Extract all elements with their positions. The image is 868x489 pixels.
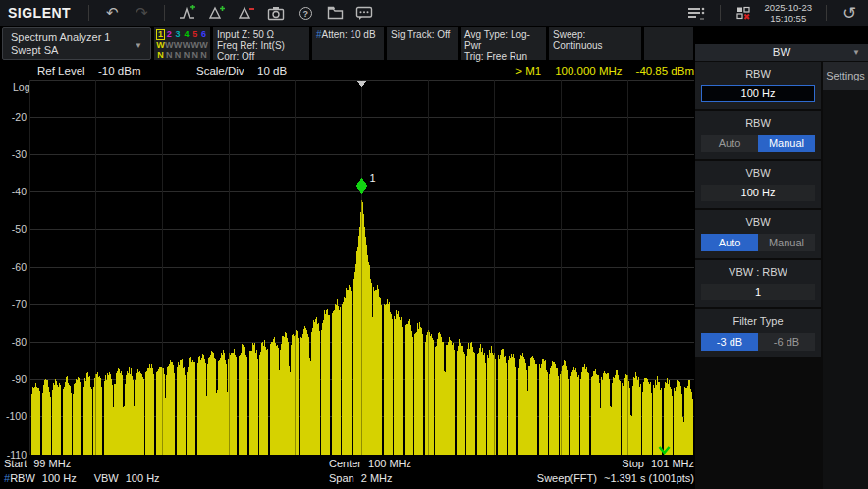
vbw-section: VBW 100 Hz [695,161,821,208]
trace-2[interactable]: 2 [165,29,174,40]
marker-top-indicator-icon [356,82,367,88]
vbw-value[interactable]: 100 Hz [126,472,160,484]
marker-readout: > M1100.000 MHz-40.85 dBm [502,65,694,77]
trace-1[interactable]: 1 [156,29,165,40]
file-folder-icon[interactable] [320,2,350,24]
vbw-mode-section: VBW Auto Manual [695,210,821,258]
stop-value[interactable]: 101 MHz [651,458,694,469]
avg-trig-box[interactable]: Avg Type: Log-Pwr Trig: Free Run [461,27,546,60]
vbw-rbw-value-field[interactable]: 1 [701,284,815,300]
redo-icon[interactable]: ↷ [127,2,156,24]
vbw-section-label: VBW [699,167,817,179]
center-value[interactable]: 100 MHz [368,458,411,469]
undo-icon[interactable]: ↶ [97,2,127,24]
atten-label: Atten: 10 dB [322,29,376,40]
trace-status-panel[interactable]: 1 2 3 4 5 6 W W W W W W N N N N N N [154,27,210,60]
trace-6[interactable]: 6 [199,29,208,40]
freq-ref-label: Freq Ref: Int(S) [217,40,305,51]
vbw-value-field[interactable]: 100 Hz [701,185,815,201]
sidebar-title: BW [773,46,791,58]
time-label: 15:10:55 [770,13,806,24]
sweep-label[interactable]: Sweep(FFT) [537,472,597,484]
atten-box[interactable]: #Atten: 10 dB [312,27,384,60]
vbw-mode-label: VBW [699,216,817,228]
preset-history-icon[interactable]: ↺ [835,2,864,24]
vbw-rbw-ratio-section: VBW : RBW 1 [695,260,821,307]
filter-type-label: Filter Type [699,315,817,327]
chevron-down-icon: ▼ [852,44,860,61]
trace-3[interactable]: 3 [174,29,183,40]
trace-5[interactable]: 5 [190,29,199,40]
spectrum-plot[interactable]: 1 [29,80,694,455]
peak-search-add-icon[interactable] [173,2,202,24]
marker-add-icon[interactable] [202,2,232,24]
bw-menu-sidebar: BW ▼ RBW 100 Hz RBW Auto Manual VBW 100 … [695,44,868,489]
divider [826,5,827,21]
divider [88,5,89,21]
marker-ampl: -40.85 dBm [636,65,694,77]
span-label[interactable]: Span [329,472,354,484]
rbw-value[interactable]: 100 Hz [42,472,77,484]
rbw-label[interactable]: RBW [10,472,35,484]
log-scale-label: Log [13,82,30,93]
center-label[interactable]: Center [329,458,361,469]
mode-selector[interactable]: Spectrum Analyzer 1 Swept SA ▼ [2,27,151,60]
sig-track-box[interactable]: Sig Track: Off [387,27,458,60]
start-value[interactable]: 99 MHz [33,458,71,469]
scale-div-value[interactable]: 10 dB [257,65,287,77]
spectrum-analyzer-screen: SIGLENT ↶ ↷ ? 2025-10 [0,0,868,489]
y-tick-label: -90 [0,373,27,385]
sweep-value[interactable]: ~1.391 s (1001pts) [604,472,694,484]
rbw-value-field[interactable]: 100 Hz [701,85,815,102]
bw-annotation-row: #RBW100 HzVBW100 Hz Span2 MHz Sweep(FFT)… [0,472,697,486]
vbw-manual-button[interactable]: Manual [758,234,815,251]
vbw-rbw-label: VBW : RBW [699,266,817,278]
screenshot-camera-icon[interactable] [261,2,291,24]
scale-div-label[interactable]: Scale/Div [196,65,244,77]
sweep-mode-label: Sweep: Continuous [553,29,603,51]
vbw-label[interactable]: VBW [94,472,119,484]
rbw-auto-button[interactable]: Auto [701,135,758,152]
trace-numbers-row: 1 2 3 4 5 6 [156,29,208,40]
help-icon[interactable]: ? [291,2,320,24]
avg-type-label: Avg Type: Log-Pwr [464,29,542,51]
y-tick-label: -60 [0,261,27,273]
vbw-auto-button[interactable]: Auto [701,234,758,251]
spectrum-trace [31,200,693,455]
ref-level-row: Ref Level -10 dBm Scale/Div 10 dB > M110… [0,65,697,80]
y-tick-label: -70 [0,299,27,310]
trig-label: Trig: Free Run [464,51,542,62]
input-settings-box[interactable]: Input Z: 50 Ω Freq Ref: Int(S) Corr: Off [213,27,309,60]
ref-level-value[interactable]: -10 dBm [98,65,140,77]
filter-6db-button[interactable]: -6 dB [758,333,815,351]
stop-label[interactable]: Stop [622,458,644,469]
y-tick-label: -100 [0,410,27,422]
filter-3db-button[interactable]: -3 dB [701,333,758,351]
span-value[interactable]: 2 MHz [361,472,393,484]
sweep-mode-box[interactable]: Sweep: Continuous [549,27,641,60]
trace-4[interactable]: 4 [182,29,190,40]
toolbar: SIGLENT ↶ ↷ ? 2025-10 [0,0,868,26]
lan-status-icon[interactable] [729,2,758,24]
sidebar-menu: RBW 100 Hz RBW Auto Manual VBW 100 Hz VB… [695,62,821,359]
marker-delete-icon[interactable] [232,2,261,24]
tab-settings[interactable]: Settings [823,62,868,90]
sidebar-header[interactable]: BW ▼ [695,44,868,61]
datetime[interactable]: 2025-10-23 15:10:55 [764,2,812,24]
siglent-logo: SIGLENT [8,5,71,21]
ref-level-label[interactable]: Ref Level [37,65,85,77]
y-tick-label: -20 [0,111,27,123]
y-tick-label: -30 [0,148,27,160]
date-label: 2025-10-23 [764,2,812,13]
empty-status-box [644,27,693,60]
trace-normal-row: N N N N N N [156,50,208,61]
trace-write-row: W W W W W W [156,40,208,51]
start-label[interactable]: Start [4,458,27,469]
divider [720,5,721,21]
rbw-section: RBW 100 Hz [695,62,821,109]
system-menu-icon[interactable] [682,2,712,24]
rbw-mode-section: RBW Auto Manual [695,111,821,159]
rbw-manual-button[interactable]: Manual [758,135,815,152]
message-chat-icon[interactable] [350,2,379,24]
sidebar-right-strip: Settings [823,62,868,489]
